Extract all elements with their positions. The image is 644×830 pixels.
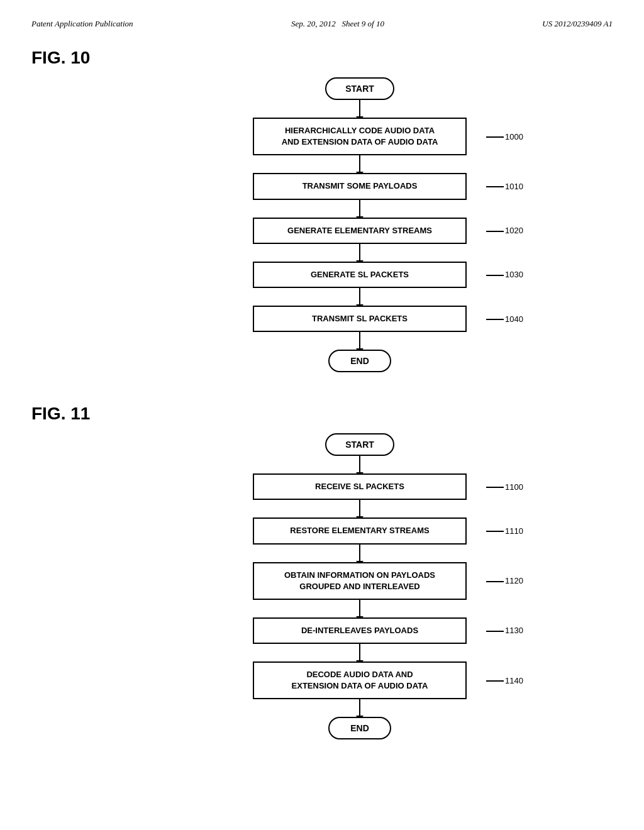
arrow-11-5 [359, 644, 360, 661]
fig10-step1010: TRANSMIT SOME PAYLOADS [253, 173, 467, 199]
fig10-start-wrapper: START [325, 77, 394, 100]
fig10-step1040: TRANSMIT SL PACKETS [253, 306, 467, 332]
arrow-11-3 [359, 545, 360, 562]
page: Patent Application Publication Sep. 20, … [0, 0, 644, 830]
fig11-end-wrapper: END [328, 717, 391, 739]
fig10-step1030-wrapper: GENERATE SL PACKETS 1030 [253, 262, 467, 288]
fig11-start-wrapper: START [325, 433, 394, 456]
fig11-start: START [325, 433, 394, 456]
header-left: Patent Application Publication [31, 19, 133, 29]
fig10-label1010: 1010 [505, 182, 523, 191]
fig10-label1020: 1020 [505, 226, 523, 235]
fig11-label1110: 1110 [505, 526, 523, 536]
fig10-step1020: GENERATE ELEMENTARY STREAMS [253, 218, 467, 244]
arrow-5 [359, 288, 360, 306]
arrow-2 [359, 155, 360, 173]
arrow-4 [359, 244, 360, 262]
fig11-step1100-wrapper: RECEIVE SL PACKETS 1100 [253, 473, 467, 500]
fig10-label: FIG. 10 [31, 48, 613, 68]
arrow-3 [359, 200, 360, 218]
arrow-6 [359, 332, 360, 350]
fig11-step1110-wrapper: RESTORE ELEMENTARY STREAMS 1110 [253, 517, 467, 544]
fig11-step1130-wrapper: DE-INTERLEAVES PAYLOADS 1130 [253, 617, 467, 644]
fig11-end: END [328, 717, 391, 739]
fig10-step1000: HIERARCHICALLY CODE AUDIO DATAAND EXTENS… [253, 118, 467, 155]
fig10-step1000-wrapper: HIERARCHICALLY CODE AUDIO DATAAND EXTENS… [253, 118, 467, 155]
arrow-11-2 [359, 500, 360, 517]
fig10-end: END [328, 350, 391, 372]
fig10-step1030: GENERATE SL PACKETS [253, 262, 467, 288]
fig11-label1130: 1130 [505, 626, 523, 635]
fig11-flowchart: START RECEIVE SL PACKETS 1100 RESTORE EL… [107, 433, 613, 739]
arrow-11-6 [359, 699, 360, 717]
arrow-11-4 [359, 600, 360, 617]
header-sheet: Sheet 9 of 10 [341, 19, 384, 28]
fig10-section: FIG. 10 START HIERARCHICALLY CODE AUDIO … [31, 48, 613, 372]
fig11-step1140: DECODE AUDIO DATA ANDEXTENSION DATA OF A… [253, 661, 467, 699]
fig10-label1030: 1030 [505, 270, 523, 279]
fig10-flowchart: START HIERARCHICALLY CODE AUDIO DATAAND … [107, 77, 613, 372]
arrow-11-1 [359, 456, 360, 473]
page-header: Patent Application Publication Sep. 20, … [31, 19, 613, 29]
fig10-label1000: 1000 [505, 132, 523, 141]
arrow-1 [359, 100, 360, 118]
fig11-step1120: OBTAIN INFORMATION ON PAYLOADSGROUPED AN… [253, 562, 467, 600]
fig11-label1100: 1100 [505, 482, 523, 492]
fig10-step1020-wrapper: GENERATE ELEMENTARY STREAMS 1020 [253, 218, 467, 244]
fig10-step1010-wrapper: TRANSMIT SOME PAYLOADS 1010 [253, 173, 467, 199]
fig11-label1140: 1140 [505, 676, 523, 685]
fig11-section: FIG. 11 START RECEIVE SL PACKETS 1100 RE… [31, 404, 613, 739]
fig10-step1040-wrapper: TRANSMIT SL PACKETS 1040 [253, 306, 467, 332]
fig10-start: START [325, 77, 394, 100]
fig11-step1110: RESTORE ELEMENTARY STREAMS [253, 517, 467, 544]
header-center: Sep. 20, 2012 Sheet 9 of 10 [291, 19, 384, 29]
header-right: US 2012/0239409 A1 [542, 19, 613, 29]
fig11-label1120: 1120 [505, 576, 523, 585]
fig10-label1040: 1040 [505, 314, 523, 324]
header-date: Sep. 20, 2012 [291, 19, 336, 28]
fig11-step1140-wrapper: DECODE AUDIO DATA ANDEXTENSION DATA OF A… [253, 661, 467, 699]
fig10-end-wrapper: END [328, 350, 391, 372]
fig11-label: FIG. 11 [31, 404, 613, 424]
fig11-step1120-wrapper: OBTAIN INFORMATION ON PAYLOADSGROUPED AN… [253, 562, 467, 600]
fig11-step1130: DE-INTERLEAVES PAYLOADS [253, 617, 467, 644]
fig11-step1100: RECEIVE SL PACKETS [253, 473, 467, 500]
